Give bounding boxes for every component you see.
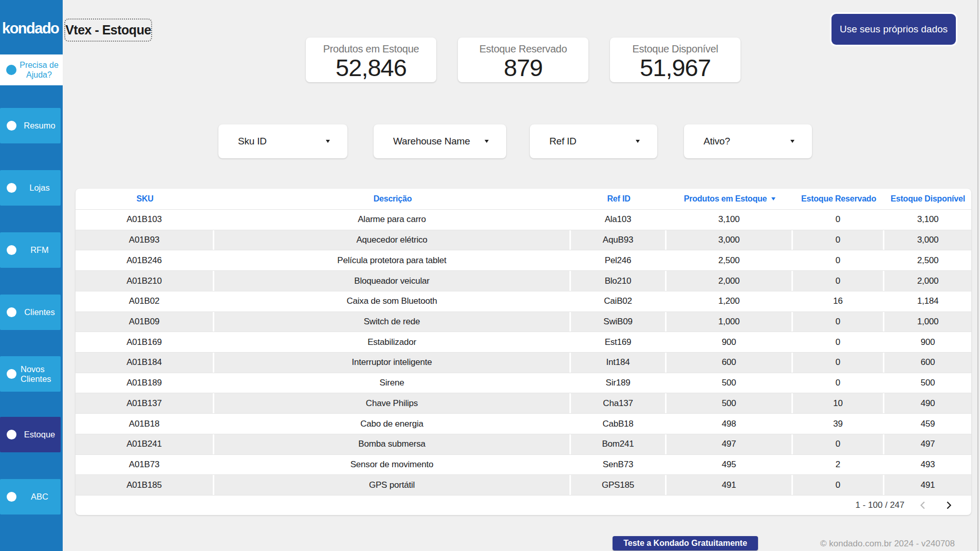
sidebar-item-clientes[interactable]: Clientes xyxy=(0,295,61,330)
table-cell: Ala103 xyxy=(571,210,667,230)
table-row: A01B189SireneSir1895000500 xyxy=(76,373,971,393)
table-cell: Cha137 xyxy=(571,393,667,413)
sidebar-item-lojas[interactable]: Lojas xyxy=(0,170,61,206)
copyright-text: © kondado.com.br 2024 - v240708 xyxy=(820,539,955,549)
table-cell: Sensor de movimento xyxy=(214,455,571,475)
table-cell: 900 xyxy=(884,332,971,352)
table-cell: 2,000 xyxy=(667,271,793,291)
table-cell: 1,000 xyxy=(884,312,971,332)
table-cell: Switch de rede xyxy=(214,312,571,332)
table-cell: Aquecedor elétrico xyxy=(214,230,571,250)
menu-dot-icon xyxy=(7,121,16,131)
table-row: A01B137Chave PhilipsCha13750010490 xyxy=(76,393,971,413)
table-cell: 0 xyxy=(793,312,884,332)
table-cell: A01B137 xyxy=(76,393,214,413)
table-cell: 0 xyxy=(793,210,884,230)
sidebar-item-estoque[interactable]: Estoque xyxy=(0,417,61,452)
table-cell: Sirene xyxy=(214,373,571,393)
table-cell: CaiB02 xyxy=(571,291,667,311)
column-header[interactable]: Descrição xyxy=(214,189,571,209)
table-cell: A01B169 xyxy=(76,332,214,352)
table-cell: A01B02 xyxy=(76,291,214,311)
table-cell: 2 xyxy=(793,455,884,475)
kpi-value: 51,967 xyxy=(610,55,741,80)
menu-dot-icon xyxy=(7,492,16,502)
table-cell: Alarme para carro xyxy=(214,210,571,230)
table-cell: 491 xyxy=(884,475,971,495)
table-cell: SwiB09 xyxy=(571,312,667,332)
chevron-down-icon xyxy=(326,140,330,143)
kpi-label: Estoque Reservado xyxy=(458,43,588,55)
table-cell: A01B241 xyxy=(76,434,214,454)
inventory-table: SKUDescriçãoRef IDProdutos em EstoqueEst… xyxy=(76,189,971,515)
table-row: A01B73Sensor de movimentoSenB734952493 xyxy=(76,454,971,475)
filter-ref-id[interactable]: Ref ID xyxy=(530,124,657,158)
table-cell: A01B189 xyxy=(76,373,214,393)
column-header[interactable]: Produtos em Estoque xyxy=(667,189,793,209)
table-cell: 0 xyxy=(793,230,884,250)
table-cell: A01B184 xyxy=(76,353,214,373)
kpi-value: 879 xyxy=(458,55,588,80)
table-row: A01B18Cabo de energiaCabB1849839459 xyxy=(76,413,971,434)
next-page-icon[interactable] xyxy=(942,499,955,511)
table-cell: A01B93 xyxy=(76,230,214,250)
table-cell: 2,500 xyxy=(667,250,793,270)
table-row: A01B241Bomba submersaBom2414970497 xyxy=(76,434,971,454)
table-row: A01B103Alarme para carroAla1033,10003,10… xyxy=(76,209,971,230)
table-cell: 0 xyxy=(793,353,884,373)
table-cell: 3,100 xyxy=(884,210,971,230)
table-cell: 2,000 xyxy=(884,271,971,291)
table-cell: 0 xyxy=(793,434,884,454)
sidebar-help[interactable]: Precisa de Ajuda? xyxy=(0,54,63,85)
kpi-card: Estoque Disponível51,967 xyxy=(610,38,741,82)
kpi-value: 52,846 xyxy=(306,55,436,80)
filter-sku-id[interactable]: Sku ID xyxy=(218,124,347,158)
table-cell: 10 xyxy=(793,393,884,413)
use-own-data-button[interactable]: Use seus próprios dados xyxy=(831,14,956,45)
table-cell: 600 xyxy=(667,353,793,373)
sidebar-item-resumo[interactable]: Resumo xyxy=(0,108,61,143)
table-cell: 1,184 xyxy=(884,291,971,311)
table-cell: AquB93 xyxy=(571,230,667,250)
table-cell: Pel246 xyxy=(571,250,667,270)
column-header[interactable]: Ref ID xyxy=(571,189,667,209)
menu-dot-icon xyxy=(7,369,16,379)
table-cell: 493 xyxy=(884,455,971,475)
sidebar-item-label: ABC xyxy=(19,492,61,502)
table-cell: A01B18 xyxy=(76,414,214,434)
report-title-box[interactable]: Vtex - Estoque xyxy=(64,19,152,42)
column-header[interactable]: SKU xyxy=(76,189,214,209)
sidebar-item-label: Lojas xyxy=(19,183,61,193)
sidebar-item-label: Clientes xyxy=(19,307,61,317)
table-cell: 3,000 xyxy=(667,230,793,250)
table-cell: 1,200 xyxy=(667,291,793,311)
column-header[interactable]: Estoque Reservado xyxy=(793,189,884,209)
table-row: A01B185GPS portátilGPS1854910491 xyxy=(76,474,971,495)
prev-page-icon[interactable] xyxy=(917,499,929,511)
sidebar-item-rfm[interactable]: RFM xyxy=(0,232,61,268)
filter-warehouse-name[interactable]: Warehouse Name xyxy=(374,124,506,158)
table-cell: 0 xyxy=(793,332,884,352)
table-cell: Caixa de som Bluetooth xyxy=(214,291,571,311)
table-cell: 497 xyxy=(884,434,971,454)
table-cell: 0 xyxy=(793,475,884,495)
table-cell: 0 xyxy=(793,250,884,270)
sidebar-item-abc[interactable]: ABC xyxy=(0,479,61,515)
table-pagination: 1 - 100 / 247 xyxy=(76,495,971,515)
column-header[interactable]: Estoque Disponível xyxy=(884,189,971,209)
table-row: A01B02Caixa de som BluetoothCaiB021,2001… xyxy=(76,291,971,311)
table-cell: 459 xyxy=(884,414,971,434)
table-cell: Bomba submersa xyxy=(214,434,571,454)
table-cell: SenB73 xyxy=(571,455,667,475)
table-header-row: SKUDescriçãoRef IDProdutos em EstoqueEst… xyxy=(76,189,971,209)
table-cell: 0 xyxy=(793,271,884,291)
table-cell: CabB18 xyxy=(571,414,667,434)
table-row: A01B169EstabilizadorEst1699000900 xyxy=(76,332,971,352)
help-dot-icon xyxy=(6,65,16,75)
sidebar-item-novos-clientes[interactable]: Novos Clientes xyxy=(0,356,61,392)
filter-ativo-[interactable]: Ativo? xyxy=(684,124,812,158)
table-cell: Estabilizador xyxy=(214,332,571,352)
table-cell: 497 xyxy=(667,434,793,454)
help-label: Precisa de Ajuda? xyxy=(17,60,61,80)
free-trial-button[interactable]: Teste a Kondado Gratuitamente xyxy=(613,536,758,550)
